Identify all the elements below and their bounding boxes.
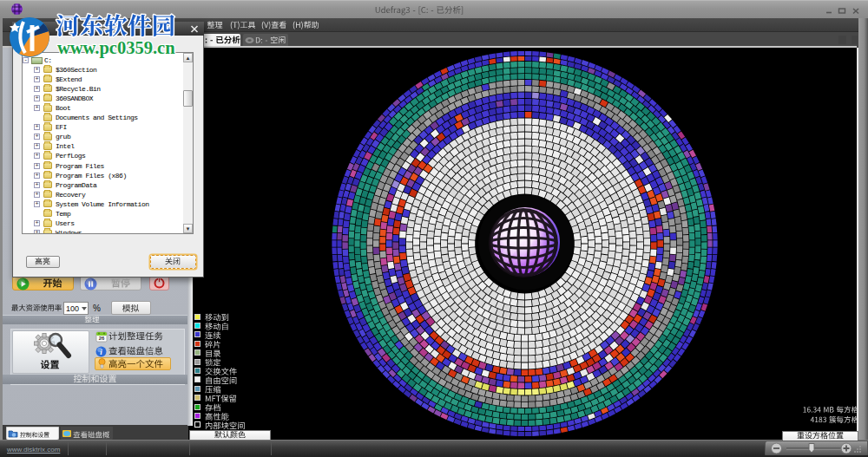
svg-text:www.pc0359.cn: www.pc0359.cn <box>57 38 175 58</box>
svg-text:26: 26 <box>99 336 105 341</box>
